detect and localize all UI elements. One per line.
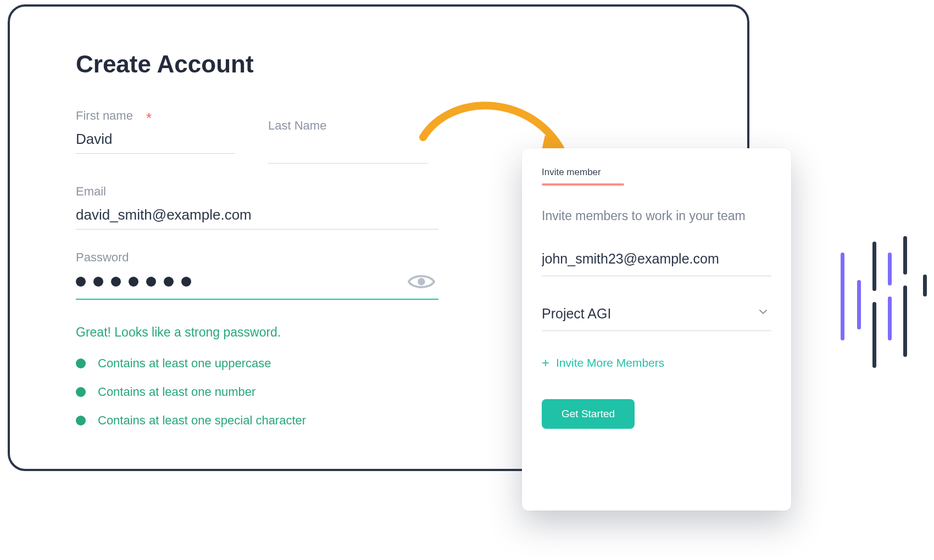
first-name-input[interactable]	[76, 127, 235, 154]
plus-icon: +	[542, 356, 549, 369]
check-bullet-icon	[76, 359, 86, 368]
invite-member-card: Invite member Invite members to work in …	[522, 148, 791, 511]
email-label: Email	[76, 184, 438, 199]
last-name-label-text: Last Name	[268, 119, 326, 133]
check-bullet-icon	[76, 387, 86, 397]
password-label-text: Password	[76, 250, 129, 265]
invite-email-input[interactable]	[542, 247, 771, 276]
last-name-label: Last Name	[268, 119, 427, 133]
invite-more-members-button[interactable]: + Invite More Members	[542, 356, 771, 369]
password-rule-text: Contains at least one number	[98, 385, 255, 399]
first-name-label-text: First name	[76, 109, 133, 123]
email-field: Email	[76, 184, 438, 229]
toggle-password-visibility-icon[interactable]	[408, 272, 435, 291]
password-input[interactable]	[76, 269, 438, 300]
decorative-bars-icon	[841, 236, 929, 390]
last-name-field: Last Name	[268, 119, 427, 164]
invite-more-label: Invite More Members	[556, 356, 664, 369]
first-name-label: First name *	[76, 109, 235, 123]
get-started-button[interactable]: Get Started	[542, 399, 635, 429]
password-input-wrap	[76, 269, 438, 300]
first-name-field: First name *	[76, 109, 235, 164]
active-tab-underline	[542, 183, 624, 186]
password-rule-text: Contains at least one uppercase	[98, 356, 271, 371]
last-name-input[interactable]	[268, 137, 427, 164]
tab-invite-member[interactable]: Invite member	[542, 167, 601, 183]
password-field: Password	[76, 250, 438, 300]
project-select-value[interactable]	[542, 301, 771, 331]
invite-heading: Invite members to work in your team	[542, 209, 771, 223]
password-rule-text: Contains at least one special character	[98, 413, 306, 428]
password-label: Password	[76, 250, 438, 265]
page-title: Create Account	[76, 51, 681, 78]
check-bullet-icon	[76, 416, 86, 425]
email-input[interactable]	[76, 203, 438, 229]
email-label-text: Email	[76, 184, 106, 199]
svg-point-0	[418, 278, 425, 285]
project-select[interactable]	[542, 301, 771, 331]
chevron-down-icon	[758, 307, 768, 317]
